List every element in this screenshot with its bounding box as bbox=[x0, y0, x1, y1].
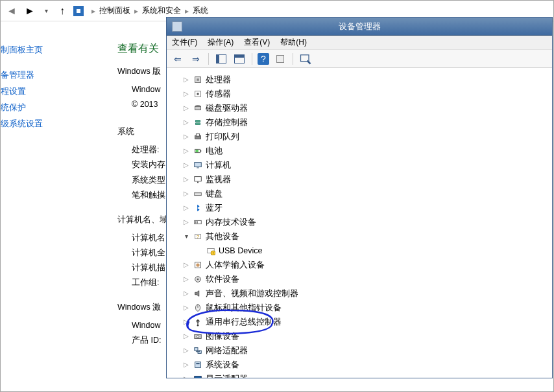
tree-node-disk[interactable]: ▷磁盘驱动器 bbox=[173, 101, 552, 115]
tb-back-icon[interactable]: ⇐ bbox=[171, 52, 185, 66]
menu-file[interactable]: 文件(F) bbox=[172, 37, 197, 48]
sidebar-link-remote[interactable]: 程设置 bbox=[1, 84, 108, 100]
tree-node-label: 鼠标和其他指针设备 bbox=[206, 301, 282, 314]
tree-node-other[interactable]: ▾?其他设备 bbox=[173, 229, 552, 244]
expand-icon[interactable]: ▷ bbox=[182, 76, 190, 84]
tree-node-label: 蓝牙 bbox=[206, 202, 223, 214]
expand-icon[interactable]: ▷ bbox=[182, 119, 190, 126]
printer-icon bbox=[193, 132, 203, 142]
expand-icon[interactable]: ▷ bbox=[182, 347, 190, 354]
expand-icon[interactable]: ▷ bbox=[182, 304, 190, 312]
expander-blank bbox=[195, 247, 203, 255]
tb-properties-icon[interactable] bbox=[273, 52, 287, 66]
breadcrumb-sep: ▸ bbox=[133, 6, 139, 16]
breadcrumb-2[interactable]: 系统和安全 bbox=[142, 5, 181, 16]
other-icon: ? bbox=[193, 231, 203, 242]
tree-node-monitor[interactable]: ▷监视器 bbox=[173, 172, 552, 187]
display-icon bbox=[193, 374, 203, 378]
tree-node-child[interactable]: !USB Device bbox=[195, 244, 552, 258]
expand-icon[interactable]: ▷ bbox=[182, 190, 190, 198]
tree-node-software[interactable]: ▷软件设备 bbox=[173, 272, 552, 286]
svg-point-4 bbox=[197, 93, 199, 95]
svg-point-29 bbox=[197, 279, 199, 281]
tree-node-printer[interactable]: ▷打印队列 bbox=[173, 130, 552, 144]
svg-point-32 bbox=[197, 325, 199, 327]
expand-icon[interactable]: ▷ bbox=[182, 332, 190, 340]
tree-node-hid[interactable]: ▷人体学输入设备 bbox=[173, 258, 552, 272]
warn-icon: ! bbox=[206, 246, 216, 256]
system-icon bbox=[193, 360, 203, 370]
breadcrumb-3[interactable]: 系统 bbox=[193, 5, 208, 16]
tree-node-cpu[interactable]: ▷处理器 bbox=[173, 73, 552, 87]
tb-scan-icon[interactable] bbox=[298, 52, 313, 66]
cpu-icon bbox=[193, 75, 203, 85]
device-manager-window: 设备管理器 文件(F) 操作(A) 查看(V) 帮助(H) ⇐ ⇒ ? ▷处理器… bbox=[166, 17, 553, 378]
collapse-icon[interactable]: ▾ bbox=[182, 233, 190, 240]
expand-icon[interactable]: ▷ bbox=[182, 375, 190, 378]
tree-node-usb[interactable]: ▷通用串行总线控制器 bbox=[173, 315, 552, 329]
nav-back-icon[interactable]: ◄ bbox=[5, 4, 19, 18]
sidebar-link-device-manager[interactable]: 备管理器 bbox=[1, 67, 108, 84]
expand-icon[interactable]: ▷ bbox=[182, 204, 190, 212]
menu-view[interactable]: 查看(V) bbox=[244, 37, 270, 48]
tree-node-label: 声音、视频和游戏控制器 bbox=[206, 287, 298, 300]
memtech-icon bbox=[193, 217, 203, 227]
expand-icon[interactable]: ▷ bbox=[182, 318, 190, 326]
tree-node-storage-ctrl[interactable]: ▷存储控制器 bbox=[173, 115, 552, 130]
breadcrumb-root[interactable]: 控制面板 bbox=[99, 5, 130, 16]
tree-node-imaging[interactable]: ▷图像设备 bbox=[173, 329, 552, 343]
tree-node-sensor[interactable]: ▷传感器 bbox=[173, 87, 552, 101]
device-tree[interactable]: ▷处理器▷传感器▷磁盘驱动器▷存储控制器▷打印队列▷电池▷计算机▷监视器▷键盘▷… bbox=[167, 69, 552, 378]
system-icon bbox=[73, 6, 84, 16]
tree-node-network[interactable]: ▷网络适配器 bbox=[173, 343, 552, 358]
software-icon bbox=[193, 274, 203, 284]
tree-node-memtech[interactable]: ▷内存技术设备 bbox=[173, 215, 552, 229]
expand-icon[interactable]: ▷ bbox=[182, 133, 190, 141]
expand-icon[interactable]: ▷ bbox=[182, 218, 190, 226]
tree-node-label: 内存技术设备 bbox=[206, 216, 256, 229]
menu-action[interactable]: 操作(A) bbox=[208, 37, 234, 48]
tree-node-label: 电池 bbox=[206, 144, 223, 157]
tree-node-battery[interactable]: ▷电池 bbox=[173, 144, 552, 158]
tree-node-computer[interactable]: ▷计算机 bbox=[173, 158, 552, 172]
tree-node-bluetooth[interactable]: ▷蓝牙 bbox=[173, 201, 552, 215]
tree-node-display[interactable]: ▷显示适配器 bbox=[173, 372, 552, 378]
expand-icon[interactable]: ▷ bbox=[182, 147, 190, 155]
tree-node-label: 图像设备 bbox=[206, 330, 239, 343]
menu-help[interactable]: 帮助(H) bbox=[280, 37, 307, 48]
tree-node-label: 网络适配器 bbox=[206, 344, 248, 357]
svg-rect-39 bbox=[195, 376, 202, 378]
device-manager-titlebar[interactable]: 设备管理器 bbox=[167, 17, 552, 36]
nav-forward-icon[interactable]: ► bbox=[23, 4, 37, 18]
tree-node-audio-video[interactable]: ▷声音、视频和游戏控制器 bbox=[173, 286, 552, 301]
tree-node-system[interactable]: ▷系统设备 bbox=[173, 358, 552, 372]
svg-rect-20 bbox=[197, 221, 198, 224]
sidebar-home[interactable]: 制面板主页 bbox=[1, 42, 108, 58]
tb-help-icon[interactable]: ? bbox=[258, 53, 269, 65]
svg-point-34 bbox=[197, 336, 199, 338]
tree-node-keyboard[interactable]: ▷键盘 bbox=[173, 187, 552, 201]
toolbar-separator bbox=[293, 53, 293, 65]
sidebar-link-advanced[interactable]: 级系统设置 bbox=[1, 116, 108, 132]
expand-icon[interactable]: ▷ bbox=[182, 290, 190, 297]
expand-icon[interactable]: ▷ bbox=[182, 90, 190, 98]
sidebar-link-protection[interactable]: 统保护 bbox=[1, 100, 108, 116]
tb-panel2-icon[interactable] bbox=[232, 52, 247, 66]
expand-icon[interactable]: ▷ bbox=[182, 104, 190, 112]
device-manager-title: 设备管理器 bbox=[339, 21, 381, 32]
expand-icon[interactable]: ▷ bbox=[182, 176, 190, 183]
nav-up-icon[interactable]: ↑ bbox=[55, 4, 69, 18]
expand-icon[interactable]: ▷ bbox=[182, 161, 190, 169]
expand-icon[interactable]: ▷ bbox=[182, 261, 190, 269]
tb-panel-icon[interactable] bbox=[214, 52, 228, 66]
svg-rect-10 bbox=[200, 150, 202, 152]
expand-icon[interactable]: ▷ bbox=[182, 275, 190, 283]
expand-icon[interactable]: ▷ bbox=[182, 361, 190, 369]
tree-node-mouse[interactable]: ▷鼠标和其他指针设备 bbox=[173, 301, 552, 315]
tree-node-label: 通用串行总线控制器 bbox=[206, 316, 282, 329]
tb-forward-icon[interactable]: ⇒ bbox=[189, 52, 203, 66]
nav-history-chevron-icon[interactable]: ▾ bbox=[41, 6, 51, 16]
breadcrumb[interactable]: ▸ 控制面板 ▸ 系统和安全 ▸ 系统 bbox=[90, 5, 208, 16]
computer-icon bbox=[193, 160, 203, 170]
tree-node-label: 显示适配器 bbox=[206, 373, 248, 378]
